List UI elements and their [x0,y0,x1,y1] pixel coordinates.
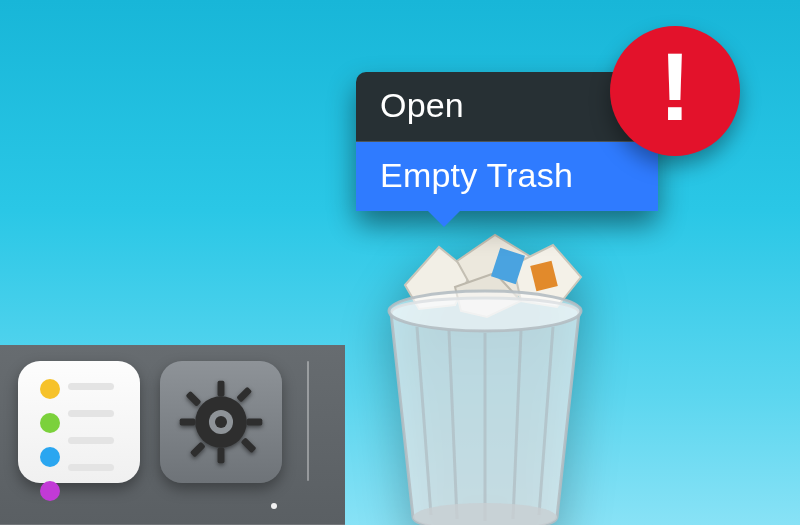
desktop-background: Open Empty Trash ! [0,0,800,525]
svg-rect-7 [236,387,252,403]
dock [0,345,345,525]
reminders-icon [40,379,60,501]
svg-point-17 [389,291,581,331]
svg-rect-3 [180,419,195,426]
gear-icon [160,361,282,483]
dock-divider [307,361,309,481]
svg-rect-5 [186,391,202,407]
svg-point-10 [215,416,227,428]
dock-app-system-preferences[interactable] [160,361,282,483]
svg-rect-6 [241,437,257,453]
menu-item-empty-trash[interactable]: Empty Trash [356,142,658,211]
menu-pointer-icon [426,209,462,227]
exclamation-icon: ! [659,39,691,135]
dock-trash[interactable] [345,217,625,525]
dock-running-indicator [271,503,277,509]
svg-rect-2 [218,448,225,463]
alert-badge: ! [610,26,740,156]
svg-rect-4 [247,419,262,426]
trash-icon [345,217,625,525]
svg-rect-8 [190,442,206,458]
dock-app-reminders[interactable] [18,361,140,483]
svg-rect-1 [218,381,225,396]
